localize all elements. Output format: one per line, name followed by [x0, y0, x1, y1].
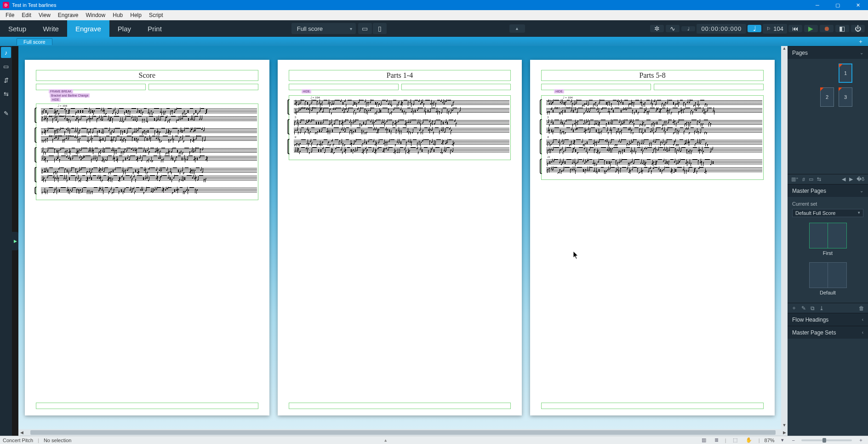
frames-tool[interactable]: ▭	[1, 61, 11, 72]
footer-frame[interactable]	[541, 403, 764, 409]
zoom-in-button[interactable]: ＋	[857, 437, 865, 444]
master-page-thumb[interactable]	[809, 262, 847, 288]
delete-master-page-button[interactable]: 🗑	[859, 305, 864, 311]
staff[interactable]: f gut artikulieren	[546, 99, 762, 107]
edit-master-page-button[interactable]: ✎	[801, 305, 806, 311]
footer-frame[interactable]	[289, 403, 511, 409]
score-page[interactable]: Parts 1-4HIDE♩ = 104f gut artikulieren59	[278, 60, 522, 415]
view-single-page-button[interactable]: ▭	[358, 23, 372, 34]
page-number-change-button[interactable]: #	[802, 177, 805, 182]
signpost[interactable]: HIDE	[51, 98, 61, 102]
mode-setup[interactable]: Setup	[0, 20, 34, 37]
staff[interactable]	[546, 107, 762, 115]
edit-tool[interactable]: ✎	[1, 108, 11, 119]
staff[interactable]	[41, 135, 257, 143]
footer-frame[interactable]	[36, 403, 258, 409]
pages-section-header[interactable]: Pages ⌄	[788, 46, 868, 59]
duplicate-master-page-button[interactable]: ⧉	[811, 305, 815, 311]
staff[interactable]	[41, 167, 257, 174]
staff[interactable]: f gut artikulieren	[294, 99, 510, 107]
record-button[interactable]: ⏺	[820, 25, 834, 32]
staff[interactable]	[41, 175, 257, 182]
menu-script[interactable]: Script	[145, 11, 167, 19]
page-thumb[interactable]: 3	[839, 87, 852, 107]
menu-window[interactable]: Window	[82, 11, 109, 19]
import-master-page-button[interactable]: ⤓	[819, 305, 824, 311]
score-canvas[interactable]: ScoreFRAME BREAKBracket and Barline Chan…	[18, 46, 781, 429]
staff[interactable]	[41, 115, 257, 123]
fixed-tempo-toggle[interactable]: ♩	[748, 25, 761, 32]
music-frame[interactable]: ♩ = 104f gut artikulieren59	[289, 95, 511, 160]
window-maximize-button[interactable]: ▢	[828, 0, 848, 10]
pitch-mode-indicator[interactable]: Concert Pitch	[3, 438, 33, 443]
note-spacing-tool[interactable]: ⇆	[1, 88, 11, 99]
play-button[interactable]: ▶	[804, 25, 818, 32]
staff[interactable]	[294, 107, 510, 115]
master-pages-section-header[interactable]: Master Pages ⌄	[788, 184, 868, 197]
power-button[interactable]: ⏻	[851, 25, 865, 32]
signpost[interactable]: HIDE	[554, 89, 564, 93]
menu-engrave[interactable]: Engrave	[54, 11, 82, 19]
staff[interactable]	[41, 155, 257, 162]
click-button[interactable]: ◧	[835, 25, 849, 32]
page-thumb[interactable]: 2	[820, 87, 834, 107]
staff[interactable]	[294, 147, 510, 154]
staff[interactable]: 5	[546, 119, 762, 127]
staff[interactable]	[546, 167, 762, 174]
view-spread-button[interactable]: ▯	[373, 23, 387, 34]
staff[interactable]: f gut artikulieren	[41, 127, 257, 135]
galley-view-button[interactable]: ≣	[713, 437, 720, 443]
mode-play[interactable]: Play	[109, 20, 139, 37]
hand-tool-button[interactable]: ✋	[744, 437, 754, 443]
swap-pages-button[interactable]: ⇆	[817, 176, 821, 182]
mode-print[interactable]: Print	[139, 20, 170, 37]
layout-selector[interactable]: Full score	[291, 23, 356, 34]
document-tab-full-score[interactable]: Full score	[17, 38, 52, 45]
menu-edit[interactable]: Edit	[18, 11, 35, 19]
page-back-button[interactable]: ◀	[842, 176, 845, 182]
menu-view[interactable]: View	[35, 11, 54, 19]
left-panel-expand-button[interactable]: ▶	[12, 232, 18, 250]
add-document-tab-button[interactable]: ＋	[853, 38, 868, 46]
page-title-frame[interactable]: Parts 1-4	[289, 70, 511, 81]
mixer-button[interactable]: ∿	[666, 25, 680, 32]
window-close-button[interactable]: ✕	[848, 0, 868, 10]
current-set-select[interactable]: Default Full Score	[792, 209, 863, 217]
score-page[interactable]: Parts 5-8HIDE♩ = 104f gut artikulieren59…	[530, 60, 775, 415]
video-button[interactable]: ✲	[650, 25, 664, 32]
window-minimize-button[interactable]: ─	[807, 0, 828, 10]
flow-headings-section-header[interactable]: Flow Headings ‹	[788, 313, 868, 326]
music-frame[interactable]: ♩ = 104f gut artikulierenf gut artikulie…	[36, 104, 258, 200]
mode-write[interactable]: Write	[34, 20, 67, 37]
staff[interactable]: 5	[294, 119, 510, 127]
page-forward-button[interactable]: ▶	[849, 176, 853, 182]
signpost[interactable]: Bracket and Barline Change	[50, 93, 90, 98]
music-frame[interactable]: ♩ = 104f gut artikulieren5911	[541, 95, 764, 180]
page-title-frame[interactable]: Parts 5-8	[541, 70, 764, 81]
menu-help[interactable]: Help	[126, 11, 145, 19]
staff[interactable]	[41, 147, 257, 155]
staff[interactable]	[294, 127, 510, 134]
staff-spacing-tool[interactable]: ⇵	[1, 75, 11, 86]
insert-page-button[interactable]: ▥⁺	[791, 176, 799, 182]
insert-master-page-button[interactable]: ▭	[809, 176, 813, 182]
signpost[interactable]: HIDE	[302, 89, 312, 93]
master-page-sets-section-header[interactable]: Master Page Sets ‹	[788, 326, 868, 339]
staff[interactable]: 11	[546, 159, 762, 166]
horizontal-scrollbar[interactable]: ◀▶	[18, 429, 788, 436]
staff[interactable]: 9	[546, 139, 762, 146]
status-collapse-toggle[interactable]: ▲	[383, 438, 388, 443]
staff[interactable]: 9	[294, 139, 510, 146]
page-title-frame[interactable]: Score	[36, 70, 258, 81]
page-view-button[interactable]: ▥	[700, 437, 708, 443]
workspace-collapse-toggle[interactable]: ▲	[509, 24, 525, 33]
rewind-button[interactable]: ⏮	[788, 25, 802, 32]
zoom-out-button[interactable]: −	[790, 438, 797, 443]
zoom-slider[interactable]	[801, 439, 852, 441]
menu-file[interactable]: File	[2, 11, 18, 19]
staff[interactable]	[41, 187, 257, 194]
score-page[interactable]: ScoreFRAME BREAKBracket and Barline Chan…	[25, 60, 269, 415]
menu-hub[interactable]: Hub	[109, 11, 126, 19]
tempo-readout[interactable]: ⚐ 104	[763, 24, 787, 34]
mode-engrave[interactable]: Engrave	[67, 20, 109, 37]
